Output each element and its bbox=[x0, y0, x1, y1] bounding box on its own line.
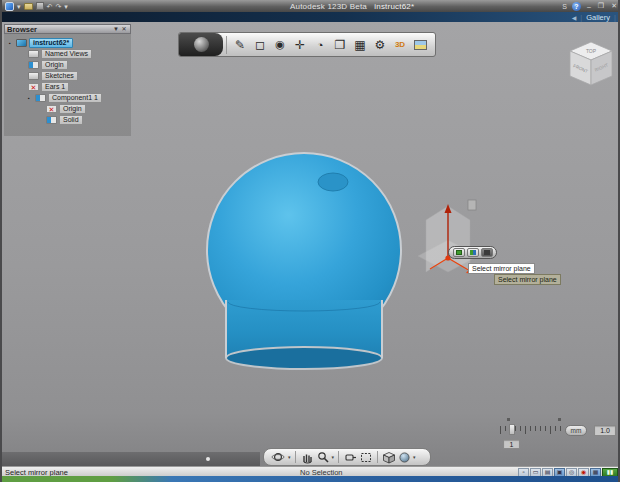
browser-title: Browser bbox=[7, 25, 37, 34]
box-icon: ◻ bbox=[255, 38, 265, 52]
origin-folder-icon bbox=[28, 61, 39, 69]
grouping-button[interactable]: ⚙ bbox=[370, 34, 390, 55]
grid-scale-widget: 1 mm 1.0 bbox=[496, 418, 618, 452]
mirror-tooltip: Select mirror plane bbox=[468, 263, 535, 274]
tree-label[interactable]: Origin bbox=[41, 60, 68, 70]
pan-button[interactable] bbox=[300, 451, 314, 464]
tree-label[interactable]: Named Views bbox=[41, 49, 92, 59]
open-file-icon[interactable] bbox=[24, 3, 33, 10]
scale-slider-value: 1 bbox=[503, 439, 520, 449]
view-cube-button[interactable] bbox=[382, 451, 396, 464]
tree-item-component-origin[interactable]: ✕ Origin bbox=[4, 103, 131, 114]
scale-slider-handle[interactable] bbox=[509, 424, 515, 435]
tree-item-component[interactable]: ▪ Component1 1 bbox=[4, 92, 131, 103]
widget-handle[interactable] bbox=[468, 200, 476, 210]
rotate-button[interactable]: ◔ bbox=[310, 34, 330, 55]
fit-button[interactable] bbox=[359, 451, 373, 464]
expander-icon[interactable]: ▪ bbox=[9, 40, 14, 46]
sign-in-icon[interactable]: S bbox=[562, 2, 567, 11]
combine-icon: ❐ bbox=[335, 38, 346, 52]
redo-icon[interactable]: ↷ bbox=[55, 2, 61, 11]
timeline-strip[interactable] bbox=[2, 452, 260, 466]
text-3d-icon: 3D bbox=[395, 40, 405, 49]
save-icon[interactable] bbox=[36, 2, 44, 10]
tree-item-origin[interactable]: Origin bbox=[4, 59, 131, 70]
mirror-cancel-button[interactable] bbox=[481, 248, 493, 257]
grid-spacing-value[interactable]: 1.0 bbox=[594, 425, 616, 436]
main-toolbar: ✎ ◻ ◉ ✛ ◔ ❐ ▦ ⚙ 3D bbox=[178, 32, 436, 57]
app-title: Autodesk 123D Beta bbox=[290, 2, 367, 11]
text-3d-button[interactable]: 3D bbox=[390, 34, 410, 55]
minimize-button[interactable]: – bbox=[586, 3, 592, 10]
shading-caret-icon[interactable]: ▾ bbox=[413, 454, 416, 460]
pattern-button[interactable]: ▦ bbox=[350, 34, 370, 55]
browser-header[interactable]: Browser ▼ ✕ bbox=[4, 24, 131, 34]
tree-item-named-views[interactable]: Named Views bbox=[4, 48, 131, 59]
orbit-caret-icon[interactable]: ▾ bbox=[288, 454, 291, 460]
zoom-caret-icon[interactable]: ▾ bbox=[332, 454, 335, 460]
named-views-icon bbox=[28, 50, 39, 58]
tree-item-solid[interactable]: Solid bbox=[4, 114, 131, 125]
close-icon[interactable]: ✕ bbox=[120, 26, 128, 33]
browser-panel: Browser ▼ ✕ ▪ instruct62* Named Views Or… bbox=[4, 24, 131, 136]
separator: | bbox=[614, 13, 616, 22]
gallery-link[interactable]: Gallery bbox=[586, 13, 610, 22]
tree-label[interactable]: instruct62* bbox=[29, 38, 73, 48]
ruler-marker bbox=[558, 418, 561, 421]
close-button[interactable]: ✕ bbox=[610, 2, 618, 10]
app-logo-icon[interactable] bbox=[5, 2, 14, 11]
window-title: Autodesk 123D Beta instruct62* bbox=[142, 2, 562, 11]
solid-icon bbox=[46, 116, 57, 124]
view-cube[interactable]: TOP FRONT RIGHT bbox=[564, 38, 618, 90]
navigation-toolbar: ▾ ▾ ▾ bbox=[263, 448, 431, 466]
move-button[interactable]: ✛ bbox=[290, 34, 310, 55]
dome-indent[interactable] bbox=[318, 173, 348, 191]
units-button[interactable]: mm bbox=[565, 425, 587, 436]
tree-label[interactable]: Component1 1 bbox=[48, 93, 102, 103]
orbit-button[interactable] bbox=[271, 451, 286, 464]
restore-button[interactable]: ❐ bbox=[597, 2, 605, 10]
viewcube-top-label: TOP bbox=[586, 48, 597, 54]
hidden-origin-icon[interactable]: ✕ bbox=[46, 105, 57, 113]
model-bottom[interactable] bbox=[226, 347, 382, 369]
constrained-orbit-button[interactable] bbox=[343, 451, 357, 464]
sketch-button[interactable]: ✎ bbox=[230, 34, 250, 55]
mirror-flip-button[interactable] bbox=[467, 248, 479, 257]
material-button[interactable] bbox=[410, 34, 430, 55]
hidden-feature-icon[interactable]: ✕ bbox=[28, 83, 39, 91]
primitive-box-button[interactable]: ◻ bbox=[250, 34, 270, 55]
tree-label[interactable]: Sketches bbox=[41, 71, 78, 81]
tree-label[interactable]: Origin bbox=[59, 104, 86, 114]
model-knob[interactable] bbox=[187, 140, 427, 380]
sphere-menu-icon bbox=[194, 37, 209, 52]
app-menu-caret-icon[interactable]: ▾ bbox=[17, 2, 21, 11]
gallery-back-icon[interactable]: ◀ bbox=[572, 14, 577, 21]
help-icon[interactable]: ? bbox=[572, 2, 581, 11]
revolve-icon: ◉ bbox=[275, 38, 285, 51]
tree-item-ears[interactable]: ✕ Ears 1 bbox=[4, 81, 131, 92]
tree-label[interactable]: Solid bbox=[59, 115, 83, 125]
revolve-button[interactable]: ◉ bbox=[270, 34, 290, 55]
shading-button[interactable] bbox=[398, 451, 411, 464]
mirror-mini-toolbar bbox=[448, 246, 497, 259]
browser-tree: ▪ instruct62* Named Views Origin Sketche… bbox=[4, 34, 131, 125]
primitives-menu-button[interactable] bbox=[179, 33, 223, 56]
window-bottom-strip bbox=[2, 476, 620, 482]
gears-icon: ⚙ bbox=[375, 38, 386, 52]
timeline-thumb[interactable] bbox=[206, 457, 210, 461]
zoom-button[interactable] bbox=[316, 451, 330, 464]
combine-button[interactable]: ❐ bbox=[330, 34, 350, 55]
document-icon bbox=[16, 39, 27, 47]
redo-caret-icon[interactable]: ▾ bbox=[64, 2, 68, 11]
document-title: instruct62* bbox=[374, 2, 414, 11]
tree-label[interactable]: Ears 1 bbox=[41, 82, 69, 92]
material-image-icon bbox=[414, 40, 427, 50]
expander-icon[interactable]: ▪ bbox=[28, 95, 33, 101]
tree-item-root[interactable]: ▪ instruct62* bbox=[4, 37, 131, 48]
sketch-pen-icon: ✎ bbox=[235, 38, 245, 52]
filter-icon[interactable]: ▼ bbox=[112, 26, 120, 33]
undo-icon[interactable]: ↶ bbox=[47, 2, 53, 11]
tree-item-sketches[interactable]: Sketches bbox=[4, 70, 131, 81]
mirror-accept-button[interactable] bbox=[453, 248, 465, 257]
component-icon bbox=[35, 94, 46, 102]
